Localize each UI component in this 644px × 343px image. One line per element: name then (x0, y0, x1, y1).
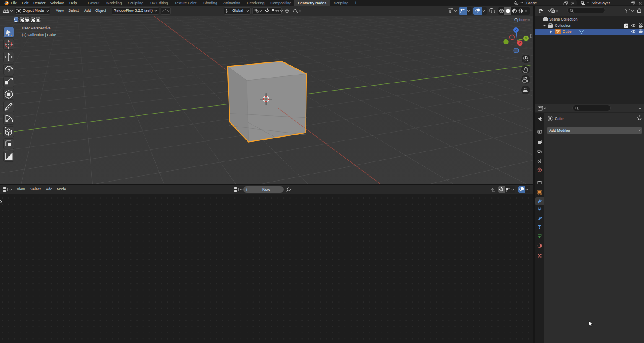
svg-text:X: X (519, 42, 521, 45)
svg-text:Y: Y (525, 36, 527, 40)
svg-text:Z: Z (515, 28, 517, 32)
